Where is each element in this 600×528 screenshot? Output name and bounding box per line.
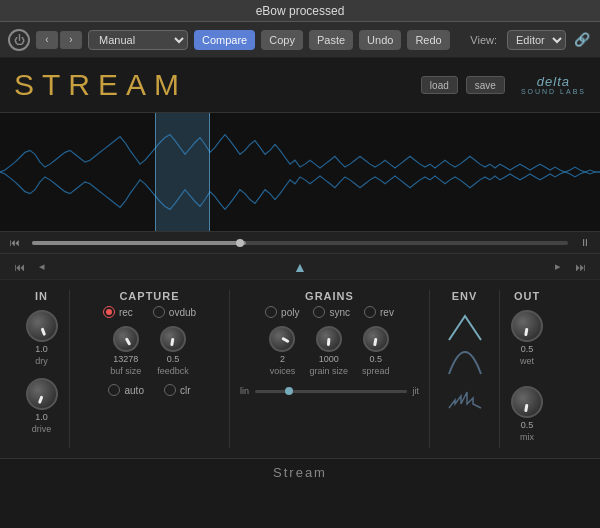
copy-button[interactable]: Copy [261, 30, 303, 50]
spread-label: spread [362, 366, 390, 376]
view-select[interactable]: Editor [507, 30, 566, 50]
compare-button[interactable]: Compare [194, 30, 255, 50]
mix-knob-container: 0.5 mix [511, 386, 543, 442]
transport-skip-forward-2[interactable]: ⏭ [571, 260, 590, 273]
link-icon[interactable]: 🔗 [572, 30, 592, 50]
poly-radio-circle [265, 306, 277, 318]
voices-value: 2 [280, 354, 285, 364]
transport-back-2[interactable]: ◂ [35, 260, 49, 273]
env-triangle-shape[interactable] [447, 312, 483, 342]
bufsize-value: 13278 [113, 354, 138, 364]
window-title: eBow processed [256, 4, 345, 18]
grains-label: GRAINS [305, 290, 354, 302]
nav-arrows: ‹ › [36, 31, 82, 49]
drive-knob-container: 1.0 drive [26, 378, 58, 434]
power-button[interactable]: ⏻ [8, 29, 30, 51]
voices-label: voices [270, 366, 296, 376]
bottom-bar: Stream [0, 458, 600, 486]
grains-radio-row: poly sync rev [265, 306, 394, 318]
transport-play-marker[interactable]: ▲ [289, 259, 311, 275]
env-label: ENV [452, 290, 478, 302]
rec-radio-circle [103, 306, 115, 318]
mix-label: mix [520, 432, 534, 442]
wet-knob[interactable] [511, 310, 543, 342]
wet-knob-container: 0.5 wet [511, 310, 543, 366]
poly-radio[interactable]: poly [265, 306, 299, 318]
wet-label: wet [520, 356, 534, 366]
lin-label: lin [240, 386, 249, 396]
transport-forward-2[interactable]: ▸ [551, 260, 565, 273]
pause-button[interactable]: ⏸ [578, 234, 592, 252]
voices-knob[interactable] [269, 326, 295, 352]
brand-name: delta [537, 75, 570, 88]
controls-section: IN 1.0 dry 1.0 drive CAPTURE [0, 280, 600, 458]
out-label: OUT [514, 290, 540, 302]
grainsize-knob[interactable] [316, 326, 342, 352]
preset-dropdown[interactable]: Manual [88, 30, 188, 50]
grains-knob-row: 2 voices 1000 grain size 0.5 spread [269, 326, 389, 376]
jit-label: jit [413, 386, 420, 396]
poly-label: poly [281, 307, 299, 318]
env-bell-shape[interactable] [447, 348, 483, 376]
transport-bar: ⏮ ⏸ [0, 232, 600, 254]
rec-label: rec [119, 307, 133, 318]
bufsize-label: buf size [110, 366, 141, 376]
redo-button[interactable]: Redo [407, 30, 449, 50]
voices-knob-container: 2 voices [269, 326, 295, 376]
section-capture: CAPTURE rec ovdub 13278 [69, 290, 229, 448]
playhead-highlight [155, 113, 210, 231]
load-button[interactable]: load [421, 76, 458, 94]
nav-forward-button[interactable]: › [60, 31, 82, 49]
lin-slider-thumb [285, 387, 293, 395]
title-bar: eBow processed [0, 0, 600, 22]
feedbck-knob-container: 0.5 feedbck [157, 326, 189, 376]
transport-center: ▲ [289, 259, 311, 275]
nav-back-button[interactable]: ‹ [36, 31, 58, 49]
toolbar: ⏻ ‹ › Manual Compare Copy Paste Undo Red… [0, 22, 600, 58]
skip-back-button[interactable]: ⏮ [8, 234, 22, 252]
grainsize-value: 1000 [319, 354, 339, 364]
brand-sub: SOUND LABS [521, 88, 586, 95]
section-in: IN 1.0 dry 1.0 drive [14, 290, 69, 448]
spread-knob-container: 0.5 spread [362, 326, 390, 376]
save-button[interactable]: save [466, 76, 505, 94]
rev-label: rev [380, 307, 394, 318]
capture-label: CAPTURE [119, 290, 179, 302]
lin-slider[interactable] [255, 390, 406, 393]
drive-label: drive [32, 424, 52, 434]
ovdub-radio-circle [153, 306, 165, 318]
ovdub-label: ovdub [169, 307, 196, 318]
transport-left: ⏮ ◂ [10, 260, 49, 273]
spread-knob[interactable] [363, 326, 389, 352]
lin-jit-row: lin jit [240, 386, 419, 396]
clr-radio-circle [164, 384, 176, 396]
bufsize-knob[interactable] [113, 326, 139, 352]
rev-radio[interactable]: rev [364, 306, 394, 318]
feedbck-value: 0.5 [167, 354, 180, 364]
svg-rect-0 [0, 113, 600, 231]
waveform-display[interactable] [0, 112, 600, 232]
sync-radio[interactable]: sync [313, 306, 350, 318]
capture-radio-row-1: rec ovdub [103, 306, 196, 318]
auto-label: auto [124, 385, 143, 396]
progress-thumb [236, 239, 244, 247]
env-saw-shape[interactable] [447, 382, 483, 410]
undo-button[interactable]: Undo [359, 30, 401, 50]
rec-radio[interactable]: rec [103, 306, 133, 318]
brand-logo: delta SOUND LABS [521, 75, 586, 95]
feedbck-label: feedbck [157, 366, 189, 376]
feedbck-knob[interactable] [160, 326, 186, 352]
drive-knob[interactable] [26, 378, 58, 410]
clr-radio[interactable]: clr [164, 384, 191, 396]
ovdub-radio[interactable]: ovdub [153, 306, 196, 318]
dry-value: 1.0 [35, 344, 48, 354]
rev-radio-circle [364, 306, 376, 318]
dry-knob[interactable] [26, 310, 58, 342]
auto-radio[interactable]: auto [108, 384, 143, 396]
progress-bar[interactable] [32, 241, 568, 245]
dry-label: dry [35, 356, 48, 366]
spread-value: 0.5 [370, 354, 383, 364]
mix-knob[interactable] [511, 386, 543, 418]
transport-skip-back-2[interactable]: ⏮ [10, 260, 29, 273]
paste-button[interactable]: Paste [309, 30, 353, 50]
